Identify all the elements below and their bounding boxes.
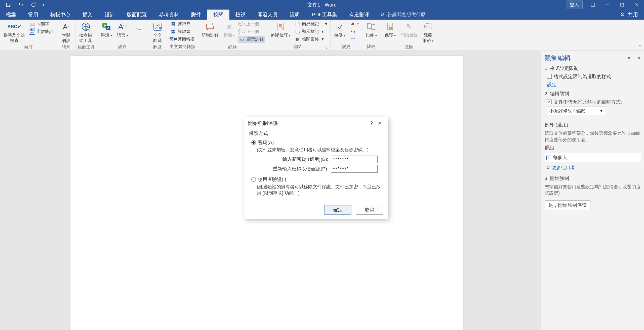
group-label-comments: 註解 xyxy=(200,43,265,51)
count-icon: ABC123 xyxy=(29,29,35,35)
dialog-close-button[interactable]: ✕ xyxy=(376,120,384,126)
accessibility-icon xyxy=(80,21,91,32)
editing-type-select[interactable]: 不允許修改 (唯讀) ▼ xyxy=(547,107,605,115)
tab-youdao[interactable]: 有道翻译 xyxy=(343,10,375,20)
start-enforcing-protection-dialog: 開始強制保護 ? ✕ 保護方式 密碼(A) (文件並未加密。惡意使用者可以編輯檔… xyxy=(244,117,388,219)
new-comment-button[interactable]: 新增註解 xyxy=(200,21,220,38)
dialog-titlebar[interactable]: 開始強制保護 ? ✕ xyxy=(244,117,388,128)
user-auth-radio[interactable]: 使用者驗證(I) xyxy=(251,176,383,183)
tab-layout[interactable]: 版面配置 xyxy=(121,10,153,20)
ribbon: ABC✔ 拼字及文法 檢查 📖同義字 ABC123字數統計 校訂 A»大聲 朗讀… xyxy=(0,20,644,51)
confirm-password-label: 重新輸入密碼以便確認(P): xyxy=(257,166,328,172)
reviewpane-icon: ▦ xyxy=(294,36,300,42)
limit-formatting-checkbox[interactable]: 格式設定限制為選取的樣式 xyxy=(547,74,641,80)
tab-view[interactable]: 檢視 xyxy=(229,10,252,20)
new-password-input[interactable] xyxy=(331,156,378,163)
share-button[interactable]: 共用 xyxy=(614,10,644,20)
compare-icon xyxy=(366,21,377,32)
radio-icon xyxy=(251,177,256,182)
dialog-help-button[interactable]: ? xyxy=(367,120,376,126)
tab-template[interactable]: 模板中心 xyxy=(44,10,76,20)
tab-home[interactable]: 常用 xyxy=(22,10,44,20)
simp-icon: 简 xyxy=(170,21,176,27)
pane-close-button[interactable]: ✕ xyxy=(637,56,641,61)
start-enforcement-button[interactable]: 是，開始強制保護 xyxy=(545,200,590,210)
maximize-button[interactable] xyxy=(615,0,629,10)
tab-file[interactable]: 檔案 xyxy=(0,10,22,20)
tab-design[interactable]: 設計 xyxy=(99,10,121,20)
cancel-button[interactable]: 取消 xyxy=(356,205,383,215)
tab-review[interactable]: 校閱 xyxy=(207,10,229,20)
next-change-button[interactable]: ⮣ xyxy=(349,36,360,43)
tracking-launcher[interactable]: ↘ xyxy=(325,46,328,51)
reject-button[interactable]: ✖▾ xyxy=(349,21,360,28)
tab-insert[interactable]: 插入 xyxy=(76,10,99,20)
group-label-changes: 變更 xyxy=(333,43,360,51)
group-label-accessibility: 協助工具 xyxy=(78,44,95,51)
prev-icon: 💬↑ xyxy=(239,21,245,27)
allow-editing-checkbox[interactable]: ✔文件中僅允許此類型的編輯方式: xyxy=(547,99,641,105)
compare-button[interactable]: 比較 xyxy=(364,21,379,38)
minimize-button[interactable] xyxy=(600,0,615,10)
track-changes-button[interactable]: 追蹤修訂 xyxy=(269,21,292,38)
ime-button: 辷 xyxy=(131,21,146,33)
delete-icon: ✕ xyxy=(223,21,234,32)
svg-point-22 xyxy=(547,166,549,168)
close-button[interactable] xyxy=(629,0,644,10)
password-radio[interactable]: 密碼(A) xyxy=(251,139,383,146)
group-everyone[interactable]: ✔每個人 xyxy=(545,153,641,162)
tab-help[interactable]: 說明 xyxy=(284,10,306,20)
prev-change-button[interactable]: ⮢ xyxy=(349,28,360,35)
spelling-grammar-button[interactable]: ABC✔ 拼字及文法 檢查 xyxy=(2,21,26,44)
redo-button[interactable] xyxy=(27,0,40,10)
svg-point-4 xyxy=(85,24,87,26)
full-translate-button[interactable]: a中全文 翻译 xyxy=(150,21,165,44)
undo-button[interactable] xyxy=(15,0,27,10)
display-for-review-dropdown[interactable]: 📄簡易標記▾ xyxy=(293,21,328,28)
tab-references[interactable]: 參考資料 xyxy=(153,10,185,20)
convert-button[interactable]: 简⇄繁簡轉換 xyxy=(169,36,196,43)
protect-button[interactable]: 保護 xyxy=(383,21,397,38)
fulltranslate-icon: a中 xyxy=(152,21,163,32)
svg-rect-21 xyxy=(425,23,431,30)
title-bar: ▾ 文件1 - Word 登入 xyxy=(0,0,644,10)
show-markup-dropdown[interactable]: 📑顯示標記▾ xyxy=(293,28,328,35)
language-button[interactable]: A字語言 xyxy=(115,21,130,38)
tab-developer[interactable]: 開發人員 xyxy=(252,10,284,20)
prev-change-icon: ⮢ xyxy=(350,29,356,35)
qat-customize[interactable]: ▾ xyxy=(40,0,47,10)
svg-rect-18 xyxy=(372,24,375,29)
group-label-tracking: 追蹤 xyxy=(269,43,325,51)
login-button[interactable]: 登入 xyxy=(566,1,583,9)
formatting-settings-link[interactable]: 設定... xyxy=(547,81,641,88)
exceptions-desc: 選取文件的某些部分，然後選擇您要允許自由編輯這些部分的使用者。 xyxy=(545,130,641,143)
tell-me-search[interactable]: 告訴我您想做什麼 xyxy=(375,10,430,20)
group-label-chinese: 中文繁簡轉換 xyxy=(169,43,196,51)
tab-mailings[interactable]: 郵件 xyxy=(185,10,207,20)
word-count-button[interactable]: ABC123字數統計 xyxy=(28,28,55,35)
accept-button[interactable]: 接受 xyxy=(333,21,347,38)
hide-ink-button[interactable]: 隱藏 筆跡 xyxy=(421,21,435,44)
show-comments-button[interactable]: ▭顯示註解 xyxy=(238,36,265,43)
check-accessibility-button[interactable]: 檢查協 助工具 xyxy=(78,21,94,44)
users-icon xyxy=(546,165,551,170)
thesaurus-button[interactable]: 📖同義字 xyxy=(28,21,55,28)
collapse-ribbon-button[interactable]: ˄ xyxy=(639,44,641,49)
share-label: 共用 xyxy=(628,11,638,18)
ribbon-display-options[interactable] xyxy=(586,0,600,10)
read-aloud-button[interactable]: A»大聲 朗讀 xyxy=(59,21,73,44)
trad-to-simp-button[interactable]: 简繁轉簡 xyxy=(169,21,196,28)
group-label-fulltranslate: 翻译 xyxy=(150,44,165,51)
confirm-password-input[interactable] xyxy=(331,165,378,173)
save-button[interactable] xyxy=(2,0,15,10)
translate-button[interactable]: あA翻譯 xyxy=(99,21,114,38)
more-users-link[interactable]: 更多使用者... xyxy=(546,165,641,171)
ok-button[interactable]: 確定 xyxy=(324,205,351,215)
tab-pdf[interactable]: PDF工具集 xyxy=(306,10,343,20)
simp-to-trad-button[interactable]: 繁簡轉繁 xyxy=(169,28,196,35)
new-comment-icon xyxy=(205,21,216,32)
password-desc: (文件並未加密。惡意使用者可以編輯檔案及移除密碼。) xyxy=(257,147,383,153)
reviewing-pane-dropdown[interactable]: ▦檢閱窗格▾ xyxy=(293,36,328,43)
groups-list: ✔每個人 xyxy=(545,153,641,162)
pane-menu-button[interactable]: ▼ xyxy=(627,56,631,61)
